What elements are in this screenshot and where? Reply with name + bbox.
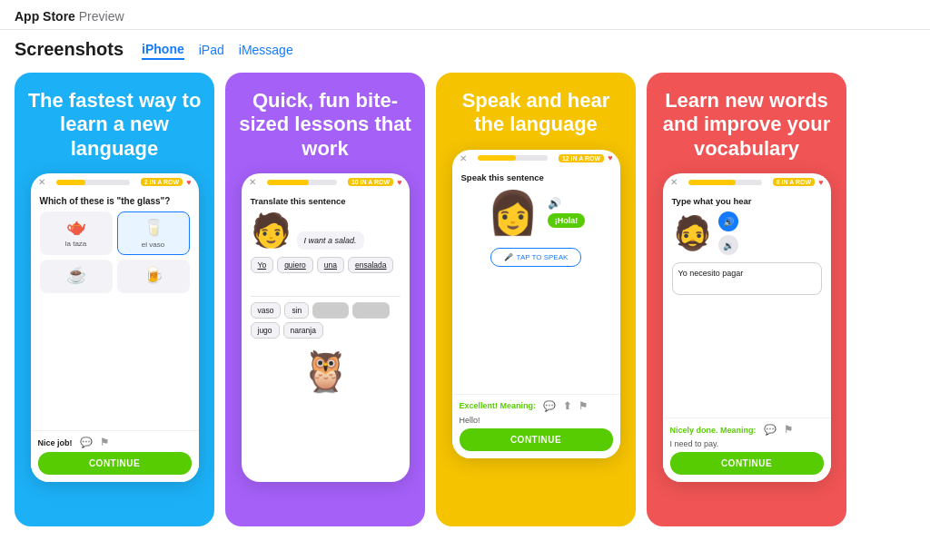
tab-iphone[interactable]: iPhone: [142, 40, 184, 60]
bank-chip-blank1: ████: [312, 302, 349, 319]
phone-footer-1: Nice job! 💬 ⚑ CONTINUE: [31, 430, 199, 482]
phone-mockup-4: ✕ 8 IN A ROW ♥ Type what you hear 🧔 🔊 🔉 …: [663, 173, 831, 482]
streak-badge-3: 12 IN A ROW: [559, 154, 604, 162]
tab-ipad[interactable]: iPad: [199, 41, 224, 59]
speak-label-3: Speak this sentence: [461, 172, 611, 182]
card-2-headline: Quick, fun bite-sized lessons that work: [238, 89, 412, 161]
screenshots-header: Screenshots iPhone iPad iMessage: [0, 30, 930, 60]
progress-fill-3: [478, 155, 517, 161]
chat-icon-4[interactable]: 💬: [764, 424, 777, 436]
meaning-text-3: Hello!: [460, 416, 613, 425]
close-icon-2[interactable]: ✕: [249, 177, 256, 187]
close-icon-4[interactable]: ✕: [670, 177, 678, 187]
footer-label-3: Excellent! Meaning: 💬 ⬆ ⚑: [460, 400, 613, 412]
word-chip-yo[interactable]: Yo: [251, 257, 274, 273]
phone-mockup-1: ✕ 2 IN A ROW ♥ Which of these is "the gl…: [31, 173, 199, 482]
audio-btn-4[interactable]: 🔊: [718, 211, 738, 231]
audio-controls-4: 🔊 🔉: [718, 211, 738, 255]
type-input-4[interactable]: Yo necesito pagar: [672, 262, 822, 295]
chat-icon-3[interactable]: 💬: [543, 400, 556, 412]
flag-icon-1[interactable]: ⚑: [100, 437, 109, 448]
flag-icon-4[interactable]: ⚑: [784, 424, 793, 436]
phone-content-2: Translate this sentence 🧑 I want a salad…: [242, 191, 410, 482]
progress-fill-2: [267, 180, 309, 185]
streak-badge-4: 8 IN A ROW: [773, 178, 815, 186]
phone-mockup-2: ✕ 10 IN A ROW ♥ Translate this sentence …: [242, 173, 410, 482]
phone-footer-3: Excellent! Meaning: 💬 ⬆ ⚑ Hello! CONTINU…: [452, 394, 620, 458]
owl-container: 🦉: [251, 344, 401, 398]
card-blue: The fastest way to learn a new language …: [15, 73, 214, 526]
card-purple: Quick, fun bite-sized lessons that work …: [225, 73, 425, 526]
continue-btn-1[interactable]: CONTINUE: [38, 452, 192, 475]
continue-btn-3[interactable]: CONTINUE: [460, 428, 613, 451]
footer-icons-4: 💬 ⚑: [764, 424, 793, 436]
footer-icons-3: 💬 ⬆ ⚑: [543, 400, 588, 412]
streak-badge-1: 2 IN A ROW: [141, 178, 183, 186]
footer-icons-1: 💬 ⚑: [80, 437, 109, 448]
flag-icon-3[interactable]: ⚑: [579, 400, 588, 412]
phone-content-3: Speak this sentence 👩 🔊 ¡Hola! 🎤 TAP TO …: [452, 167, 620, 394]
character-row-2: 🧑 I want a salad.: [251, 211, 401, 250]
word-bank-2: vaso sin ████ ████ jugo naranja: [251, 302, 401, 339]
type-row-4: 🧔 🔊 🔉: [672, 211, 822, 255]
tap-speak-btn-3[interactable]: 🎤 TAP TO SPEAK: [490, 248, 582, 267]
screenshots-title: Screenshots: [15, 39, 124, 60]
top-bar: App Store Preview: [0, 0, 930, 30]
heart-icon-2: ♥: [397, 178, 401, 187]
chat-icon-1[interactable]: 💬: [80, 437, 93, 448]
share-icon-3[interactable]: ⬆: [563, 400, 571, 412]
phone-content-4: Type what you hear 🧔 🔊 🔉 Yo necesito pag…: [663, 191, 831, 418]
footer-label-4: Nicely done. Meaning: 💬 ⚑: [670, 424, 824, 436]
mic-icon-3: 🎤: [504, 253, 513, 261]
word-chip-quiero[interactable]: quiero: [277, 257, 313, 273]
app-store-label: App Store: [15, 9, 75, 24]
choice-label-2: el vaso: [142, 241, 164, 249]
word-row-2: Yo quiero una ensalada: [251, 257, 401, 273]
choice-emoji-4: 🍺: [143, 265, 163, 285]
card-yellow: Speak and hear the language ✕ 12 IN A RO…: [436, 73, 636, 526]
choice-1-3[interactable]: ☕: [40, 260, 113, 293]
card-red: Learn new words and improve your vocabul…: [647, 73, 846, 526]
screenshots-container: The fastest way to learn a new language …: [0, 60, 930, 539]
card-1-headline: The fastest way to learn a new language: [27, 89, 202, 161]
type-character-4: 🧔: [672, 214, 713, 252]
character-hola-row: 👩 🔊 ¡Hola!: [487, 188, 586, 237]
bank-chip-naranja[interactable]: naranja: [283, 322, 323, 339]
tap-label-3: TAP TO SPEAK: [517, 253, 569, 261]
bank-chip-jugo[interactable]: jugo: [251, 322, 280, 339]
card-3-headline: Speak and hear the language: [449, 89, 623, 137]
answer-grid-1: 🫖 la taza 🥛 el vaso ☕ 🍺: [40, 211, 190, 293]
speak-section-3: 👩 🔊 ¡Hola! 🎤 TAP TO SPEAK: [461, 182, 611, 272]
type-label-4: Type what you hear: [672, 196, 822, 206]
close-icon-1[interactable]: ✕: [38, 177, 45, 187]
slow-audio-btn-4[interactable]: 🔉: [718, 235, 738, 255]
footer-text-1: Nice job!: [38, 438, 73, 447]
word-chip-una[interactable]: una: [317, 257, 344, 273]
owl-emoji: 🦉: [301, 348, 351, 395]
answer-area-2[interactable]: [251, 279, 401, 297]
meaning-label-4: Nicely done. Meaning:: [670, 426, 757, 435]
card-4-headline: Learn new words and improve your vocabul…: [659, 89, 834, 161]
heart-icon-1: ♥: [186, 178, 191, 187]
meaning-text-4: I need to pay.: [670, 439, 824, 448]
choice-label-1: la taza: [65, 240, 87, 248]
choice-emoji-1: 🫖: [66, 217, 86, 237]
bank-chip-vaso[interactable]: vaso: [251, 302, 282, 319]
phone-footer-4: Nicely done. Meaning: 💬 ⚑ I need to pay.…: [663, 418, 831, 482]
bank-chip-blank2: ████: [352, 302, 389, 319]
bank-chip-sin[interactable]: sin: [284, 302, 309, 319]
audio-icon-3[interactable]: 🔊: [548, 197, 586, 210]
choice-emoji-3: ☕: [66, 265, 86, 285]
tab-imessage[interactable]: iMessage: [239, 41, 293, 59]
character-emoji-2: 🧑: [251, 211, 292, 250]
choice-emoji-2: 🥛: [143, 218, 163, 238]
choice-1-2[interactable]: 🥛 el vaso: [117, 211, 190, 255]
phone-content-1: Which of these is "the glass"? 🫖 la taza…: [31, 191, 199, 430]
close-icon-3[interactable]: ✕: [460, 153, 467, 163]
continue-btn-4[interactable]: CONTINUE: [670, 452, 824, 475]
progress-fill-4: [688, 180, 737, 185]
choice-1-4[interactable]: 🍺: [117, 260, 190, 293]
choice-1-1[interactable]: 🫖 la taza: [40, 211, 113, 255]
word-chip-ensalada[interactable]: ensalada: [348, 257, 394, 273]
speak-character-3: 👩: [487, 188, 539, 237]
